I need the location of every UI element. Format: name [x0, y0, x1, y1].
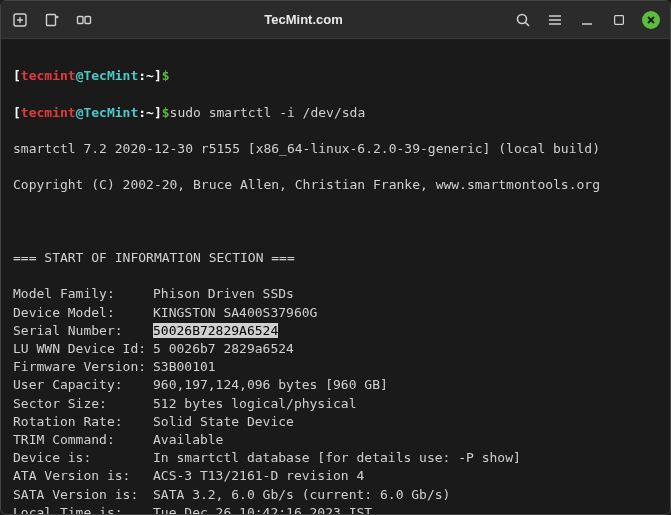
info-value: In smartctl database [for details use: -…	[153, 450, 521, 465]
info-value: Tue Dec 26 10:42:16 2023 IST	[153, 505, 372, 515]
info-fields: Model Family:Phison Driven SSDsDevice Mo…	[13, 285, 658, 515]
info-row: Rotation Rate:Solid State Device	[13, 413, 658, 431]
info-row: Device Model:KINGSTON SA400S37960G	[13, 304, 658, 322]
info-row: Model Family:Phison Driven SSDs	[13, 285, 658, 303]
search-button[interactable]	[514, 11, 532, 29]
split-button[interactable]	[75, 11, 93, 29]
info-label: Device Model:	[13, 304, 153, 322]
new-tab-button[interactable]	[11, 11, 29, 29]
info-value: 512 bytes logical/physical	[153, 396, 357, 411]
info-label: LU WWN Device Id:	[13, 340, 153, 358]
info-value: Solid State Device	[153, 414, 294, 429]
info-row: Device is:In smartctl database [for deta…	[13, 449, 658, 467]
info-value: 5 0026b7 2829a6524	[153, 341, 294, 356]
info-label: ATA Version is:	[13, 467, 153, 485]
section-header: === START OF INFORMATION SECTION ===	[13, 249, 658, 267]
info-label: Model Family:	[13, 285, 153, 303]
info-value: 50026B72829A6524	[153, 323, 278, 338]
info-value: ACS-3 T13/2161-D revision 4	[153, 468, 364, 483]
info-row: Sector Size:512 bytes logical/physical	[13, 395, 658, 413]
blank-line	[13, 213, 658, 231]
info-label: SATA Version is:	[13, 486, 153, 504]
info-row: Firmware Version:S3B00101	[13, 358, 658, 376]
info-row: TRIM Command:Available	[13, 431, 658, 449]
svg-line-9	[526, 22, 530, 26]
svg-rect-7	[85, 16, 91, 23]
titlebar-right-controls	[514, 11, 660, 29]
info-row: SATA Version is:SATA 3.2, 6.0 Gb/s (curr…	[13, 486, 658, 504]
info-label: Firmware Version:	[13, 358, 153, 376]
info-value: Available	[153, 432, 223, 447]
info-value: S3B00101	[153, 359, 216, 374]
maximize-button[interactable]	[610, 11, 628, 29]
info-value: Phison Driven SSDs	[153, 286, 294, 301]
window-title: TecMint.com	[93, 12, 514, 27]
info-label: Local Time is:	[13, 504, 153, 515]
titlebar: TecMint.com	[1, 1, 670, 39]
output-version: smartctl 7.2 2020-12-30 r5155 [x86_64-li…	[13, 140, 658, 158]
info-label: Device is:	[13, 449, 153, 467]
svg-rect-6	[78, 16, 84, 23]
svg-rect-14	[615, 15, 624, 24]
info-label: Sector Size:	[13, 395, 153, 413]
prompt-line-command: [tecmint@TecMint:~]$sudo smartctl -i /de…	[13, 104, 658, 122]
info-value: KINGSTON SA400S37960G	[153, 305, 317, 320]
info-value: SATA 3.2, 6.0 Gb/s (current: 6.0 Gb/s)	[153, 487, 450, 502]
svg-rect-3	[47, 14, 56, 25]
info-value: 960,197,124,096 bytes [960 GB]	[153, 377, 388, 392]
info-label: User Capacity:	[13, 376, 153, 394]
menu-button[interactable]	[546, 11, 564, 29]
info-row: Local Time is:Tue Dec 26 10:42:16 2023 I…	[13, 504, 658, 515]
info-row: ATA Version is:ACS-3 T13/2161-D revision…	[13, 467, 658, 485]
info-label: Serial Number:	[13, 322, 153, 340]
info-row: User Capacity:960,197,124,096 bytes [960…	[13, 376, 658, 394]
new-window-button[interactable]	[43, 11, 61, 29]
close-button[interactable]	[642, 11, 660, 29]
info-label: TRIM Command:	[13, 431, 153, 449]
info-row: Serial Number:50026B72829A6524	[13, 322, 658, 340]
prompt-line-empty: [tecmint@TecMint:~]$	[13, 67, 658, 85]
info-label: Rotation Rate:	[13, 413, 153, 431]
output-copyright: Copyright (C) 2002-20, Bruce Allen, Chri…	[13, 176, 658, 194]
minimize-button[interactable]	[578, 11, 596, 29]
svg-point-8	[518, 14, 527, 23]
command-text: sudo smartctl -i /dev/sda	[170, 105, 366, 120]
info-row: LU WWN Device Id:5 0026b7 2829a6524	[13, 340, 658, 358]
titlebar-left-controls	[11, 11, 93, 29]
terminal-body[interactable]: [tecmint@TecMint:~]$ [tecmint@TecMint:~]…	[1, 39, 670, 515]
